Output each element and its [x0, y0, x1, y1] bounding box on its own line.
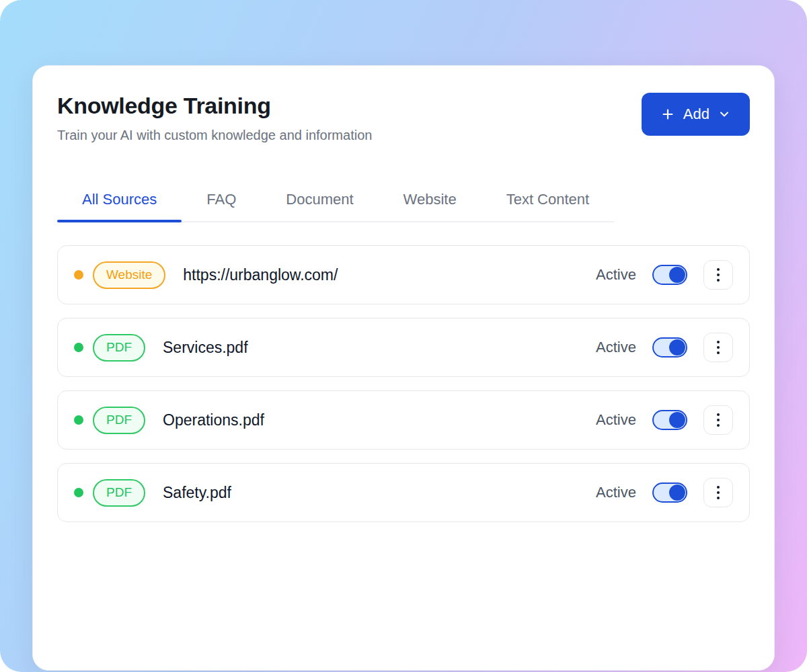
status-label: Active: [596, 411, 636, 429]
source-row: PDF Services.pdf Active: [57, 318, 750, 377]
row-actions: Active: [596, 260, 733, 290]
type-badge: PDF: [93, 479, 145, 507]
source-row: PDF Safety.pdf Active: [57, 463, 750, 522]
active-toggle[interactable]: [652, 337, 687, 358]
chevron-down-icon: [718, 108, 731, 121]
row-actions: Active: [596, 478, 733, 507]
toggle-knob: [669, 485, 685, 501]
row-actions: Active: [596, 333, 733, 362]
source-name: https://urbanglow.com/: [183, 266, 338, 284]
toggle-knob: [669, 339, 685, 355]
status-dot-icon: [74, 270, 83, 280]
row-actions: Active: [596, 405, 733, 435]
active-toggle[interactable]: [652, 482, 687, 503]
tab-label: Website: [404, 191, 457, 208]
add-button-label: Add: [683, 106, 709, 123]
toggle-knob: [669, 267, 685, 283]
tab-website[interactable]: Website: [379, 178, 482, 221]
tab-document[interactable]: Document: [261, 178, 378, 221]
source-row: Website https://urbanglow.com/ Active: [57, 245, 750, 304]
more-vertical-icon[interactable]: [703, 478, 733, 507]
tab-label: FAQ: [206, 191, 236, 208]
status-label: Active: [596, 266, 636, 284]
tab-list: All Sources FAQ Document Website Text Co…: [57, 178, 614, 222]
status-label: Active: [596, 339, 636, 356]
tab-faq[interactable]: FAQ: [182, 178, 261, 221]
page-subtitle: Train your AI with custom knowledge and …: [57, 126, 372, 144]
more-vertical-icon[interactable]: [703, 333, 733, 362]
knowledge-training-panel: Knowledge Training Train your AI with cu…: [32, 65, 775, 671]
toggle-knob: [669, 412, 685, 428]
type-badge: PDF: [93, 407, 145, 434]
source-list: Website https://urbanglow.com/ Active PD…: [57, 245, 750, 522]
panel-header: Knowledge Training Train your AI with cu…: [57, 93, 750, 144]
active-toggle[interactable]: [652, 410, 687, 430]
source-name: Operations.pdf: [163, 411, 264, 429]
status-dot-icon: [74, 343, 83, 352]
type-badge: Website: [93, 261, 165, 289]
status-dot-icon: [74, 415, 83, 425]
page-title: Knowledge Training: [57, 93, 372, 119]
active-toggle[interactable]: [652, 265, 687, 285]
tab-text-content[interactable]: Text Content: [482, 178, 615, 221]
source-row: PDF Operations.pdf Active: [57, 390, 750, 450]
page-background: Knowledge Training Train your AI with cu…: [0, 0, 807, 672]
status-label: Active: [596, 484, 636, 501]
status-dot-icon: [74, 488, 83, 497]
source-name: Services.pdf: [163, 339, 248, 357]
tab-all-sources[interactable]: All Sources: [57, 178, 182, 221]
tab-label: Document: [286, 191, 353, 208]
header-text-group: Knowledge Training Train your AI with cu…: [57, 93, 372, 144]
tab-label: Text Content: [506, 191, 590, 208]
more-vertical-icon[interactable]: [703, 260, 733, 290]
add-button[interactable]: Add: [642, 93, 750, 136]
plus-icon: [660, 107, 675, 122]
source-name: Safety.pdf: [163, 484, 231, 502]
more-vertical-icon[interactable]: [703, 405, 733, 435]
type-badge: PDF: [93, 334, 145, 362]
tab-label: All Sources: [82, 191, 157, 208]
